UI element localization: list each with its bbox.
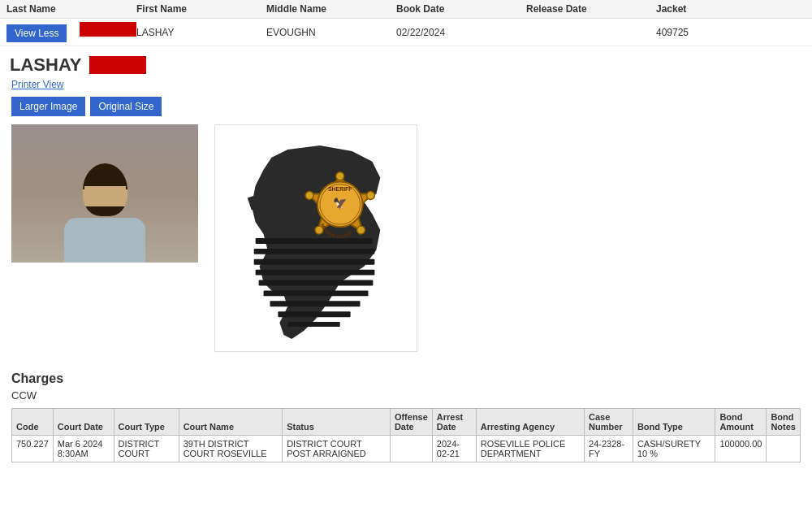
middle-name-cell: EVOUGHN	[266, 27, 396, 38]
photos-section: SHERIFF 🦅 MACOMB COUNTY	[11, 124, 801, 352]
name-section: LASHAY	[0, 46, 812, 79]
svg-rect-0	[256, 238, 373, 244]
charges-table: Code Court Date Court Type Court Name St…	[11, 408, 801, 462]
td-arresting-agency: ROSEVILLE POLICE DEPARTMENT	[476, 436, 584, 462]
charges-table-head: Code Court Date Court Type Court Name St…	[12, 409, 801, 436]
td-offense-date	[390, 436, 432, 462]
charges-table-body: 750.227 Mar 6 2024 8:30AM DISTRICT COURT…	[12, 436, 801, 462]
mugshot-photo	[11, 124, 198, 263]
th-arrest-date: ArrestDate	[432, 409, 476, 436]
sheriff-logo-container: SHERIFF 🦅 MACOMB COUNTY	[214, 124, 417, 352]
td-arrest-date: 2024-02-21	[432, 436, 476, 462]
inmate-row: View Less LASHAY EVOUGHN 02/22/2024 4097…	[0, 19, 812, 46]
book-date-cell: 02/22/2024	[396, 27, 526, 38]
th-bond-notes: BondNotes	[767, 409, 801, 436]
first-name-cell: LASHAY	[136, 27, 266, 38]
svg-rect-6	[270, 301, 360, 306]
charges-title: Charges	[11, 371, 801, 386]
name-redacted-bar	[89, 56, 146, 74]
th-court-type: Court Type	[114, 409, 179, 436]
th-code: Code	[12, 409, 54, 436]
image-buttons-group: Larger Image Original Size	[11, 97, 801, 116]
col-header-middle-name: Middle Name	[266, 3, 396, 15]
svg-point-12	[357, 226, 365, 234]
charges-header-row: Code Court Date Court Type Court Name St…	[12, 409, 801, 436]
th-offense-date: OffenseDate	[390, 409, 432, 436]
th-case-number: CaseNumber	[585, 409, 633, 436]
svg-text:SHERIFF: SHERIFF	[328, 187, 352, 193]
charges-section: Charges CCW Code Court Date Court Type C…	[0, 365, 812, 469]
mugshot-figure	[56, 163, 153, 263]
col-header-book-date: Book Date	[396, 3, 526, 15]
col-header-release-date: Release Date	[526, 3, 656, 15]
svg-rect-5	[264, 290, 369, 296]
td-bond-type: CASH/SURETY 10 %	[633, 436, 715, 462]
td-court-name: 39TH DISTRICT COURT ROSEVILLE	[179, 436, 282, 462]
svg-point-14	[305, 192, 313, 200]
svg-rect-7	[278, 311, 350, 317]
mugshot-chin-hair	[83, 206, 127, 216]
printer-view-link[interactable]: Printer View	[11, 79, 812, 90]
td-court-date: Mar 6 2024 8:30AM	[53, 436, 114, 462]
th-court-name: Court Name	[179, 409, 282, 436]
svg-point-11	[366, 192, 374, 200]
original-size-button[interactable]: Original Size	[90, 97, 162, 116]
col-header-jacket: Jacket	[656, 3, 806, 15]
table-row: 750.227 Mar 6 2024 8:30AM DISTRICT COURT…	[12, 436, 801, 462]
inmate-first-name: LASHAY	[10, 54, 81, 76]
mugshot-body	[64, 218, 145, 263]
svg-rect-8	[287, 322, 339, 327]
th-bond-type: Bond Type	[633, 409, 715, 436]
last-name-cell: View Less	[6, 22, 136, 42]
svg-rect-3	[256, 270, 375, 276]
col-header-last-name: Last Name	[6, 3, 136, 15]
larger-image-button[interactable]: Larger Image	[11, 97, 85, 116]
th-status: Status	[283, 409, 391, 436]
jacket-cell: 409725	[656, 27, 806, 38]
svg-rect-1	[254, 249, 375, 254]
view-less-button[interactable]: View Less	[6, 24, 67, 42]
td-status: DISTRICT COURT POST ARRAIGNED	[283, 436, 391, 462]
svg-rect-4	[259, 280, 374, 286]
td-court-type: DISTRICT COURT	[114, 436, 179, 462]
svg-rect-2	[254, 259, 375, 265]
th-arresting-agency: Arresting Agency	[476, 409, 584, 436]
td-bond-amount: 100000.00	[715, 436, 767, 462]
col-header-first-name: First Name	[136, 3, 266, 15]
sheriff-logo-svg: SHERIFF 🦅 MACOMB COUNTY	[223, 132, 408, 344]
td-case-number: 24-2328-FY	[585, 436, 633, 462]
svg-point-10	[336, 172, 344, 180]
td-code: 750.227	[12, 436, 54, 462]
th-bond-amount: BondAmount	[715, 409, 767, 436]
column-headers: Last Name First Name Middle Name Book Da…	[0, 0, 812, 19]
charge-code: CCW	[11, 389, 801, 402]
stripes	[254, 238, 375, 327]
mugshot-face	[84, 186, 126, 198]
th-court-date: Court Date	[53, 409, 114, 436]
last-name-redacted-bar	[80, 22, 136, 37]
td-bond-notes	[767, 436, 801, 462]
svg-text:🦅: 🦅	[333, 197, 348, 211]
mugshot-head	[83, 163, 127, 216]
